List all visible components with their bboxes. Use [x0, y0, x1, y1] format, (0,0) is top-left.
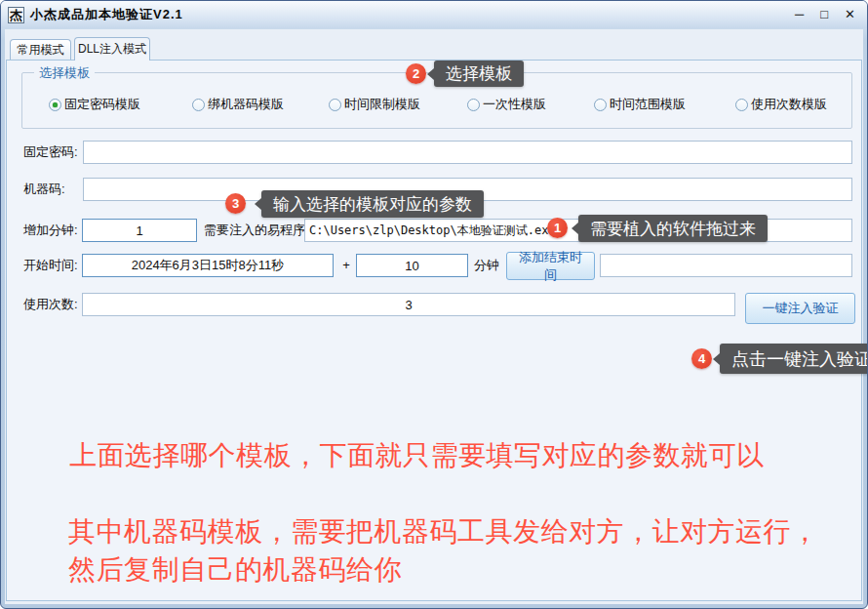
annotation-tooltip-2: 选择模板 [434, 61, 524, 87]
annotation-tooltip-4: 点击一键注入验证 [720, 344, 868, 374]
tab-normal-mode[interactable]: 常用模式 [10, 39, 71, 60]
radio-time-range-template[interactable]: 时间范围模版 [594, 97, 686, 112]
client-area: 常用模式 DLL注入模式 选择模板 固定密码模版 绑机器码模版 时间限制模版 一… [5, 29, 863, 604]
use-count-label: 使用次数: [23, 293, 78, 316]
fixed-password-input[interactable] [83, 141, 852, 164]
target-program-label: 需要注入的易程序: [204, 219, 309, 242]
machine-code-label: 机器码: [23, 178, 65, 201]
end-time-input[interactable] [600, 254, 852, 277]
annotation-badge-1: 1 [547, 218, 568, 238]
annotation-badge-3: 3 [225, 193, 246, 214]
app-window: 杰 小杰成品加本地验证V2.1 ─ □ ✕ 常用模式 DLL注入模式 选择模板 … [0, 0, 868, 609]
app-icon: 杰 [8, 7, 24, 23]
radio-icon [49, 99, 61, 111]
note-line-3: 然后复制自己的机器码给你 [68, 551, 402, 589]
radio-icon [467, 99, 480, 111]
use-count-input[interactable] [82, 293, 735, 316]
inject-button[interactable]: 一键注入验证 [745, 293, 855, 324]
maximize-icon[interactable]: □ [820, 8, 828, 21]
minutes-offset-input[interactable] [356, 254, 468, 277]
window-controls: ─ □ ✕ [795, 8, 855, 21]
radio-icon [192, 99, 205, 111]
note-line-2: 其中机器码模板，需要把机器码工具发给对方，让对方运行， [68, 513, 819, 550]
annotation-badge-2: 2 [406, 63, 426, 84]
radio-one-time-template[interactable]: 一次性模版 [467, 97, 546, 112]
plus-sign: + [339, 254, 353, 277]
annotation-badge-4: 4 [691, 348, 712, 369]
annotation-tooltip-3: 输入选择的模板对应的参数 [261, 190, 484, 218]
radio-icon [735, 99, 748, 111]
start-time-input[interactable] [82, 254, 334, 277]
radio-icon [329, 99, 341, 111]
template-groupbox-title: 选择模板 [34, 64, 95, 82]
window-title: 小杰成品加本地验证V2.1 [30, 6, 183, 23]
titlebar: 杰 小杰成品加本地验证V2.1 ─ □ ✕ [1, 1, 867, 28]
radio-use-count-template[interactable]: 使用次数模版 [735, 97, 827, 112]
fixed-password-label: 固定密码: [23, 141, 78, 164]
add-end-time-button[interactable]: 添加结束时间 [506, 252, 595, 280]
tab-page-dll-inject: 选择模板 固定密码模版 绑机器码模版 时间限制模版 一次性模版 时间范围模版 [6, 60, 862, 601]
close-icon[interactable]: ✕ [845, 8, 855, 21]
tab-dll-inject-mode[interactable]: DLL注入模式 [74, 37, 150, 61]
minutes-unit-label: 分钟 [474, 254, 499, 277]
start-time-label: 开始时间: [23, 254, 78, 277]
annotation-tooltip-1: 需要植入的软件拖过来 [578, 215, 768, 242]
radio-machine-code-template[interactable]: 绑机器码模版 [192, 97, 284, 112]
minimize-icon[interactable]: ─ [795, 8, 804, 21]
radio-icon [594, 99, 607, 111]
note-line-1: 上面选择哪个模板，下面就只需要填写对应的参数就可以 [69, 437, 765, 474]
radio-fixed-password-template[interactable]: 固定密码模版 [49, 97, 140, 112]
add-minutes-input[interactable] [82, 219, 197, 242]
radio-time-limit-template[interactable]: 时间限制模版 [329, 97, 420, 112]
add-minutes-label: 增加分钟: [23, 219, 78, 242]
